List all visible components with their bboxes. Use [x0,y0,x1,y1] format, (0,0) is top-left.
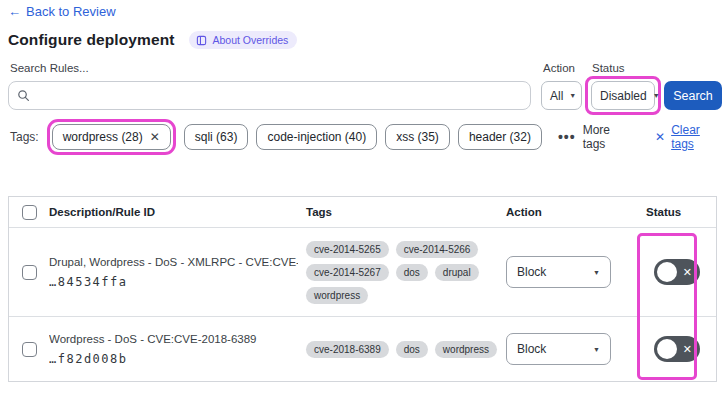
tag-chip-code-injection[interactable]: code-injection (40) [256,124,377,150]
search-icon [17,89,30,102]
back-arrow-icon: ← [8,4,21,19]
search-rules-input[interactable] [36,89,522,103]
status-highlight-annotation: Disabled ▼ [585,76,661,115]
status-select-value: Disabled [600,89,647,103]
configure-deployment-page: ← Back to Review Configure deployment Ab… [0,0,725,406]
clear-tags-label: Clear tags [671,123,725,151]
remove-tag-icon[interactable]: ✕ [150,130,160,144]
chevron-down-icon: ▼ [593,346,600,353]
back-link-label: Back to Review [26,4,116,19]
action-label: Action [543,62,575,74]
row-action-select[interactable]: Block ▼ [506,256,611,288]
search-rules-box [8,81,531,110]
row-checkbox[interactable] [22,342,37,357]
status-label: Status [592,62,625,74]
back-to-review-link[interactable]: ← Back to Review [8,4,116,19]
tag-chip-wordpress-label: wordpress (28) [63,130,143,144]
tag-pill: dos [396,264,428,281]
chevron-down-icon: ▼ [569,92,576,99]
more-tags-label: More tags [583,123,635,151]
tag-chip-wordpress[interactable]: wordpress (28) ✕ [52,124,171,150]
row-action-value: Block [517,265,546,279]
tag-pill: drupal [435,264,479,281]
tag-pill: cve-2014-5265 [306,241,389,258]
tag-chip-sqli[interactable]: sqli (63) [184,124,249,150]
tag-pill: cve-2014-5266 [396,241,479,258]
tag-chip-xss[interactable]: xss (35) [385,124,450,150]
col-description-rule-id: Description/Rule ID [49,206,306,218]
tag-pill: wordpress [435,341,497,358]
rule-id: …f82d008b [49,352,298,366]
row-action-select[interactable]: Block ▼ [506,333,611,365]
selected-tag-highlight-annotation: wordpress (28) ✕ [47,119,176,155]
action-select[interactable]: All ▼ [541,81,582,110]
row-action-value: Block [517,342,546,356]
title-row: Configure deployment About Overrides [8,31,297,49]
col-action: Action [506,206,646,218]
rule-tags: cve-2018-6389 dos wordpress [306,341,506,358]
chevron-down-icon: ▼ [593,269,600,276]
tag-pill: dos [396,341,428,358]
row-checkbox[interactable] [22,265,37,280]
col-tags: Tags [306,206,506,218]
tag-chip-header[interactable]: header (32) [458,124,542,150]
tag-pill: cve-2018-6389 [306,341,389,358]
action-select-value: All [550,89,563,103]
chevron-down-icon: ▼ [653,92,660,99]
rule-id: …84534ffa [49,275,298,289]
table-header-row: Description/Rule ID Tags Action Status [9,197,716,228]
more-tags-button[interactable]: ••• More tags [558,123,635,151]
rule-description: Drupal, Wordpress - DoS - XMLRPC - CVE:C… [49,256,298,268]
tag-pill: cve-2014-5267 [306,264,389,281]
table-row: Drupal, Wordpress - DoS - XMLRPC - CVE:C… [9,228,716,317]
rules-table: Description/Rule ID Tags Action Status D… [8,196,717,382]
clear-tags-x-icon: ✕ [655,130,665,144]
clear-tags-button[interactable]: ✕ Clear tags [655,123,725,151]
rule-description: Wordpress - DoS - CVE:CVE-2018-6389 [49,333,298,345]
about-overrides-badge[interactable]: About Overrides [189,31,297,49]
search-rules-label: Search Rules... [10,62,89,74]
rule-tags: cve-2014-5265 cve-2014-5266 cve-2014-526… [306,241,506,304]
tags-label: Tags: [10,130,39,144]
page-title: Configure deployment [8,31,174,49]
tag-pill: wordpress [306,287,368,304]
tags-bar: Tags: wordpress (28) ✕ sqli (63) code-in… [10,119,725,155]
about-overrides-label: About Overrides [212,34,288,46]
search-button[interactable]: Search [664,81,722,110]
ellipsis-icon: ••• [558,129,576,145]
status-select[interactable]: Disabled ▼ [591,81,655,110]
select-all-checkbox[interactable] [22,205,37,220]
col-status: Status [646,206,718,218]
table-row: Wordpress - DoS - CVE:CVE-2018-6389 …f82… [9,317,716,381]
book-icon [196,35,207,46]
status-column-highlight-annotation [637,233,697,380]
